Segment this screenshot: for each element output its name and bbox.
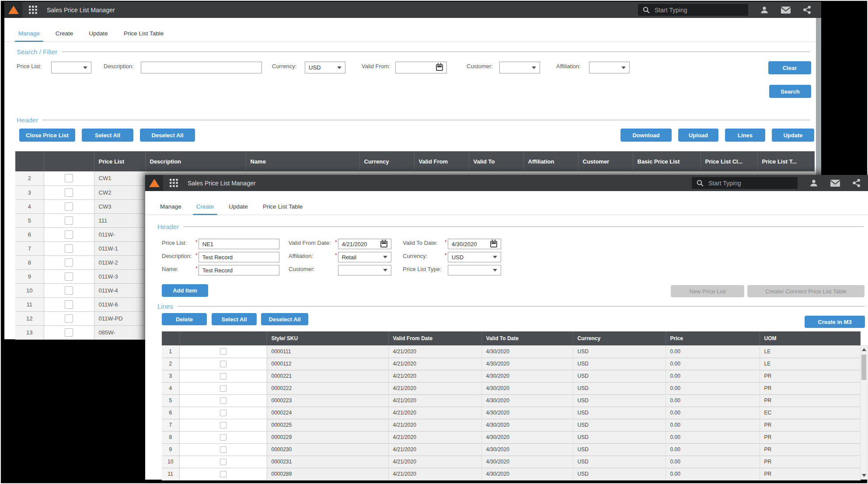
- tab-manage[interactable]: Manage: [18, 30, 40, 42]
- column-header[interactable]: Price List: [94, 151, 145, 171]
- calendar-icon[interactable]: [490, 241, 497, 247]
- select-all-button[interactable]: Select All: [212, 313, 257, 325]
- app-grid-icon[interactable]: [170, 179, 178, 187]
- table-row[interactable]: 9 0000230 4/21/2020 4/30/2020 USD 0.00 P…: [162, 443, 860, 456]
- scroll-up-icon[interactable]: [862, 348, 866, 351]
- column-header[interactable]: Valid From: [414, 151, 469, 171]
- calendar-icon[interactable]: [436, 64, 443, 71]
- row-checkbox[interactable]: [65, 188, 73, 197]
- price-list-type-select[interactable]: [448, 265, 501, 275]
- column-header[interactable]: Valid To Date: [481, 331, 573, 345]
- column-header[interactable]: Style/ SKU: [267, 331, 388, 345]
- scrollbar-thumb[interactable]: [861, 355, 866, 380]
- close-price-list-button[interactable]: Close Price List: [19, 129, 75, 142]
- currency-select[interactable]: USD: [448, 252, 501, 262]
- name-input[interactable]: Test Record: [199, 265, 279, 275]
- add-item-button[interactable]: Add Item: [162, 284, 208, 297]
- calendar-icon[interactable]: [380, 241, 387, 247]
- column-header[interactable]: Customer: [578, 151, 633, 171]
- customer-select[interactable]: [338, 265, 391, 275]
- description-filter-input[interactable]: [141, 62, 262, 73]
- column-header[interactable]: Valid From Date: [388, 331, 481, 345]
- column-header[interactable]: Affiliation: [523, 151, 578, 171]
- valid-to-date-input[interactable]: 4/30/2020: [448, 239, 501, 249]
- tab-price-list-table[interactable]: Price List Table: [263, 203, 303, 215]
- share-icon[interactable]: [802, 5, 812, 14]
- column-header[interactable]: [15, 151, 44, 171]
- description-input[interactable]: Test Record: [199, 252, 279, 262]
- global-search-input[interactable]: Start Typing: [638, 4, 748, 16]
- column-header[interactable]: Basic Price List: [633, 151, 701, 171]
- row-checkbox[interactable]: [65, 328, 73, 337]
- column-header[interactable]: Price List Cl...: [701, 151, 757, 171]
- infor-logo[interactable]: [145, 175, 163, 191]
- column-header[interactable]: UOM: [760, 331, 860, 345]
- deselect-all-button[interactable]: Deselect All: [261, 313, 308, 325]
- user-icon[interactable]: [760, 5, 769, 15]
- table-row[interactable]: 10 0000231 4/21/2020 4/30/2020 USD 0.00 …: [162, 456, 860, 468]
- column-header[interactable]: Currency: [573, 331, 666, 345]
- download-button[interactable]: Download: [620, 129, 672, 142]
- column-header[interactable]: [179, 331, 267, 345]
- lines-button[interactable]: Lines: [725, 129, 765, 142]
- tab-price-list-table[interactable]: Price List Table: [124, 30, 164, 42]
- affiliation-select[interactable]: Retail: [338, 252, 391, 262]
- affiliation-filter-select[interactable]: [589, 62, 630, 73]
- row-checkbox[interactable]: [220, 385, 227, 392]
- price-list-filter-select[interactable]: [51, 62, 91, 73]
- global-search-input[interactable]: Start Typing: [692, 177, 798, 189]
- new-price-list-button[interactable]: New Price List: [671, 285, 744, 297]
- create-connect-price-list-table-button[interactable]: Create/ Connect Price List Table: [747, 285, 865, 297]
- row-checkbox[interactable]: [220, 471, 227, 477]
- column-header[interactable]: [44, 151, 94, 171]
- row-checkbox[interactable]: [65, 244, 73, 253]
- row-checkbox[interactable]: [220, 348, 227, 355]
- row-checkbox[interactable]: [220, 422, 227, 428]
- app-grid-icon[interactable]: [29, 6, 37, 14]
- customer-filter-select[interactable]: [499, 62, 540, 73]
- row-checkbox[interactable]: [220, 459, 227, 465]
- row-checkbox[interactable]: [220, 446, 227, 453]
- infor-logo[interactable]: [4, 2, 22, 18]
- table-row[interactable]: 7 0000225 4/21/2020 4/30/2020 USD 0.00 P…: [162, 419, 860, 431]
- scroll-down-icon[interactable]: [862, 474, 866, 477]
- row-checkbox[interactable]: [65, 314, 73, 323]
- column-header[interactable]: Name: [246, 151, 359, 171]
- create-in-m3-button[interactable]: Create in M3: [805, 316, 865, 328]
- valid-from-filter-date[interactable]: [395, 62, 447, 73]
- tab-update[interactable]: Update: [229, 203, 248, 215]
- table-row[interactable]: 2 0000112 4/21/2020 4/30/2020 USD 0.00 L…: [162, 358, 860, 370]
- table-row[interactable]: 6 0000224 4/21/2020 4/30/2020 USD 0.00 E…: [162, 407, 860, 419]
- clear-button[interactable]: Clear: [768, 61, 811, 74]
- table-row[interactable]: 8 0000229 4/21/2020 4/30/2020 USD 0.00 P…: [162, 431, 860, 443]
- table-row[interactable]: 3 0000221 4/21/2020 4/30/2020 USD 0.00 P…: [162, 370, 860, 382]
- row-checkbox[interactable]: [65, 300, 73, 309]
- valid-from-date-input[interactable]: 4/21/2020: [338, 239, 391, 249]
- column-header[interactable]: Price List T...: [757, 151, 814, 171]
- table-row[interactable]: 1 0000111 4/21/2020 4/30/2020 USD 0.00 L…: [162, 345, 860, 358]
- row-checkbox[interactable]: [220, 410, 227, 416]
- column-header[interactable]: Valid To: [469, 151, 523, 171]
- tab-create[interactable]: Create: [56, 30, 73, 42]
- row-checkbox[interactable]: [65, 286, 73, 295]
- tab-manage[interactable]: Manage: [160, 203, 181, 215]
- column-header[interactable]: [162, 331, 179, 345]
- column-header[interactable]: Description: [145, 151, 246, 171]
- user-icon[interactable]: [809, 178, 819, 188]
- deselect-all-button[interactable]: Deselect All: [140, 129, 195, 142]
- tab-create[interactable]: Create: [196, 203, 214, 215]
- row-checkbox[interactable]: [220, 373, 227, 380]
- table-row[interactable]: 11 0000289 4/21/2020 4/30/2020 USD 0.00 …: [162, 468, 860, 480]
- column-header[interactable]: Currency: [359, 151, 414, 171]
- delete-button[interactable]: Delete: [162, 313, 207, 325]
- currency-filter-select[interactable]: USD: [305, 62, 345, 73]
- column-header[interactable]: Price: [666, 331, 760, 345]
- tab-update[interactable]: Update: [89, 30, 108, 42]
- mail-icon[interactable]: [781, 6, 791, 14]
- search-button[interactable]: Search: [769, 85, 811, 98]
- mail-icon[interactable]: [830, 179, 840, 188]
- price-list-input[interactable]: NE1: [199, 239, 279, 249]
- share-icon[interactable]: [852, 178, 861, 188]
- row-checkbox[interactable]: [65, 272, 73, 281]
- row-checkbox[interactable]: [65, 216, 73, 225]
